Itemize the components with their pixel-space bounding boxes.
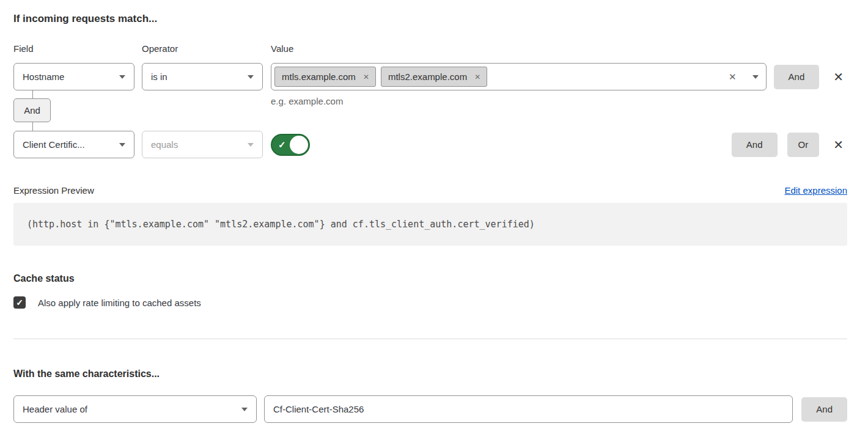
cached-assets-checkbox[interactable]: ✓ (13, 296, 26, 309)
value-tag: mtls.example.com ✕ (274, 67, 376, 87)
check-icon: ✓ (278, 140, 286, 149)
remove-tag-icon[interactable]: ✕ (474, 73, 480, 81)
add-and-condition-button[interactable]: And (732, 133, 778, 157)
certificate-verified-toggle[interactable]: ✓ (271, 134, 310, 156)
row-connector-area: And e.g. example.com (13, 90, 847, 131)
remove-tag-icon[interactable]: ✕ (363, 73, 369, 81)
add-and-condition-button[interactable]: And (774, 65, 820, 89)
expression-preview-header: Expression Preview Edit expression (13, 185, 847, 196)
cache-status-title: Cache status (13, 273, 847, 284)
value-multiselect[interactable]: mtls.example.com ✕ mtls2.example.com ✕ ✕ (271, 63, 767, 90)
expression-code: (http.host in {"mtls.example.com" "mtls2… (13, 203, 847, 246)
field-select[interactable]: Client Certific... (13, 131, 134, 158)
characteristics-row: Header value of And (13, 395, 847, 423)
operator-select-disabled: equals (142, 131, 263, 158)
and-connector-button[interactable]: And (13, 98, 51, 122)
chevron-down-icon (248, 143, 254, 147)
chevron-down-icon[interactable] (752, 75, 759, 79)
characteristic-select-value: Header value of (23, 404, 87, 414)
operator-select-value: is in (151, 72, 167, 82)
connector: And (13, 90, 51, 131)
field-select[interactable]: Hostname (13, 63, 134, 90)
value-tag: mtls2.example.com ✕ (381, 67, 487, 87)
value-helper-text: e.g. example.com (271, 96, 343, 106)
operator-column-label: Operator (142, 43, 263, 54)
cached-assets-checkbox-label[interactable]: Also apply rate limiting to cached asset… (38, 298, 201, 308)
add-or-condition-button[interactable]: Or (787, 133, 820, 157)
field-select-value: Client Certific... (23, 139, 85, 150)
characteristic-select[interactable]: Header value of (13, 395, 257, 423)
value-tag-label: mtls.example.com (282, 72, 356, 82)
field-select-value: Hostname (23, 72, 64, 82)
multiselect-controls: ✕ (729, 72, 759, 81)
expression-preview-label: Expression Preview (13, 185, 94, 196)
value-tag-label: mtls2.example.com (388, 72, 467, 82)
check-icon: ✓ (16, 298, 23, 307)
header-name-input[interactable] (264, 395, 793, 423)
chevron-down-icon (248, 75, 254, 79)
match-section-title: If incoming requests match... (13, 12, 847, 26)
remove-condition-icon[interactable]: ✕ (833, 71, 844, 83)
value-column-label: Value (271, 43, 392, 54)
condition-row: Hostname is in mtls.example.com ✕ mtls2.… (13, 63, 847, 90)
toggle-knob (290, 136, 308, 154)
edit-expression-link[interactable]: Edit expression (784, 185, 847, 196)
rate-limit-rule-builder: If incoming requests match... Field Oper… (0, 0, 868, 438)
chevron-down-icon (119, 75, 125, 79)
chevron-down-icon (241, 408, 248, 411)
chevron-down-icon (119, 143, 125, 147)
operator-select[interactable]: is in (142, 63, 263, 90)
row-actions: And Or ✕ (732, 133, 847, 157)
field-column-label: Field (13, 43, 134, 54)
cache-checkbox-row: ✓ Also apply rate limiting to cached ass… (13, 296, 847, 309)
operator-select-value: equals (151, 139, 178, 150)
section-divider (13, 339, 847, 339)
add-characteristic-and-button[interactable]: And (801, 397, 847, 422)
remove-condition-icon[interactable]: ✕ (833, 139, 844, 151)
clear-values-icon[interactable]: ✕ (729, 72, 737, 81)
condition-row: Client Certific... equals ✓ And Or ✕ (13, 131, 847, 158)
column-labels: Field Operator Value (13, 43, 847, 54)
characteristics-title: With the same characteristics... (13, 368, 847, 380)
